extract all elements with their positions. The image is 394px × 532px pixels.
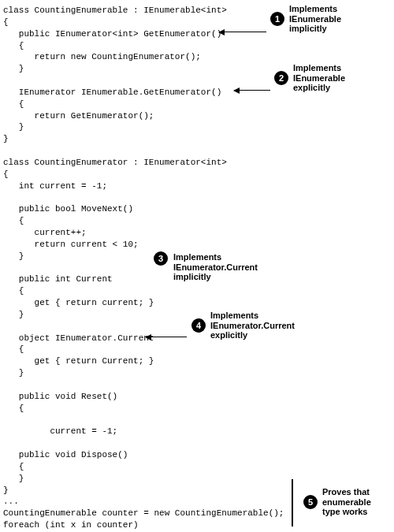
bubble-3: 3 bbox=[154, 251, 168, 266]
bubble-4: 4 bbox=[191, 318, 206, 333]
vline-5 bbox=[292, 479, 293, 526]
bubble-1: 1 bbox=[270, 12, 284, 26]
callout-1-text: ImplementsIEnumerableimplicitly bbox=[289, 4, 341, 34]
callout-4: 4 ImplementsIEnumerator.Currentexplicitl… bbox=[191, 311, 295, 340]
callout-3-text: ImplementsIEnumerator.Currentimplicitly bbox=[173, 252, 258, 282]
code-figure: class CountingEnumerable : IEnumerable<i… bbox=[0, 0, 394, 532]
arrow-4 bbox=[146, 337, 187, 337]
bubble-2: 2 bbox=[274, 71, 288, 85]
callout-4-text: ImplementsIEnumerator.Currentexplicitly bbox=[210, 311, 295, 340]
arrow-2 bbox=[234, 90, 270, 91]
bubble-5: 5 bbox=[303, 495, 318, 509]
callout-1: 1 ImplementsIEnumerableimplicitly bbox=[270, 4, 341, 34]
callout-5-text: Proves thatenumerabletype works bbox=[322, 487, 371, 517]
bubble-3-wrap: 3 bbox=[154, 251, 168, 266]
arrow-1 bbox=[219, 32, 266, 32]
callout-5: 5 Proves thatenumerabletype works bbox=[303, 487, 371, 517]
callout-2: 2 ImplementsIEnumerableexplicitly bbox=[274, 63, 345, 93]
callout-2-text: ImplementsIEnumerableexplicitly bbox=[293, 63, 345, 93]
